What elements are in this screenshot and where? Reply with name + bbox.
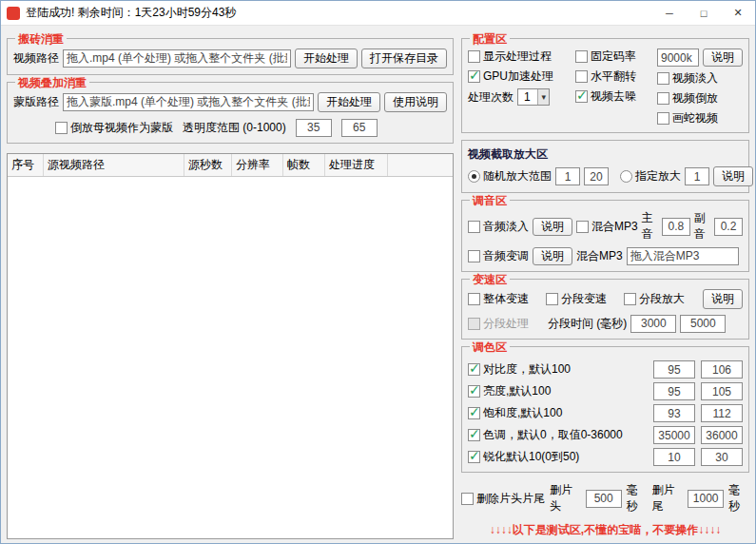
main-volume-input[interactable] — [662, 218, 690, 236]
delete-headtail-box[interactable] — [461, 493, 474, 505]
col-index[interactable]: 序号 — [8, 154, 44, 176]
usage-help-button[interactable]: 使用说明 — [384, 92, 447, 112]
start-process-button[interactable]: 开始处理 — [295, 49, 358, 68]
segment-speed-box[interactable] — [546, 293, 558, 305]
sharpen-max-input[interactable] — [701, 448, 743, 466]
col-frames[interactable]: 帧数 — [283, 154, 325, 176]
bitrate-input[interactable] — [657, 49, 699, 67]
random-zoom-radio[interactable]: 随机放大范围 — [468, 168, 552, 185]
contrast-checkbox[interactable]: 对比度，默认100 — [468, 361, 571, 378]
audio-pitch-help-button[interactable]: 说明 — [533, 247, 572, 265]
contrast-box[interactable] — [468, 363, 480, 376]
col-resolution[interactable]: 分辨率 — [232, 154, 283, 176]
sharpen-checkbox[interactable]: 锐化默认10(0到50) — [468, 449, 579, 465]
hue-box[interactable] — [468, 429, 480, 441]
main-content: 搬砖消重 视频路径 开始处理 打开保存目录 视频叠加消重 蒙版路径 开始处理 使… — [1, 26, 755, 543]
maximize-button[interactable]: □ — [687, 1, 721, 25]
open-save-dir-button[interactable]: 打开保存目录 — [361, 49, 447, 68]
col-seconds[interactable]: 源秒数 — [184, 154, 232, 176]
show-process-checkbox[interactable]: 显示处理过程 — [468, 49, 570, 65]
overlay-start-button[interactable]: 开始处理 — [318, 92, 380, 112]
overall-speed-checkbox[interactable]: 整体变速 — [468, 291, 529, 307]
process-times-select[interactable]: 1 ▾ — [517, 88, 550, 106]
saturation-checkbox[interactable]: 饱和度,默认100 — [468, 405, 562, 421]
gpu-accel-box[interactable] — [468, 70, 480, 83]
sharpen-min-input[interactable] — [653, 448, 695, 466]
mix-mp3-checkbox[interactable]: 混合MP3 — [576, 219, 638, 235]
segment-time-min-input[interactable] — [630, 315, 676, 333]
video-snake-box[interactable] — [657, 112, 669, 125]
random-zoom-box[interactable] — [468, 170, 480, 183]
reverse-mother-checkbox[interactable]: 倒放母视频作为蒙版 — [55, 120, 173, 136]
close-button[interactable]: ✕ — [721, 1, 755, 25]
sub-volume-input[interactable] — [714, 218, 743, 236]
video-snake-checkbox[interactable]: 画蛇视频 — [657, 110, 743, 126]
speed-help-button[interactable]: 说明 — [703, 289, 743, 309]
gpu-accel-checkbox[interactable]: GPU加速处理 — [468, 68, 570, 85]
overall-speed-box[interactable] — [468, 293, 480, 305]
segment-zoom-box[interactable] — [624, 293, 636, 305]
delete-headtail-checkbox[interactable]: 删除片头片尾 — [461, 491, 545, 507]
random-zoom-min-input[interactable] — [555, 167, 580, 185]
video-list-body[interactable] — [8, 177, 453, 538]
contrast-min-input[interactable] — [653, 360, 695, 379]
mask-path-input[interactable] — [63, 93, 314, 111]
hue-max-input[interactable] — [701, 426, 743, 444]
video-reverse-checkbox[interactable]: 视频倒放 — [657, 90, 743, 107]
fixed-bitrate-box[interactable] — [575, 50, 588, 63]
fixed-bitrate-checkbox[interactable]: 固定码率 — [575, 49, 651, 65]
opacity-max-input[interactable] — [341, 119, 378, 137]
trim-head-input[interactable] — [586, 490, 622, 508]
segment-process-label: 分段处理 — [483, 316, 529, 332]
contrast-max-input[interactable] — [701, 360, 743, 379]
col-filler — [388, 154, 453, 176]
video-fadein-checkbox[interactable]: 视频淡入 — [657, 70, 743, 87]
audio-pitch-box[interactable] — [468, 250, 480, 262]
segment-time-max-input[interactable] — [680, 315, 726, 333]
trim-tail-input[interactable] — [688, 490, 724, 508]
random-zoom-max-input[interactable] — [584, 167, 609, 185]
audio-fadein-help-button[interactable]: 说明 — [533, 218, 572, 236]
hflip-checkbox[interactable]: 水平翻转 — [575, 68, 651, 85]
video-reverse-box[interactable] — [657, 92, 669, 105]
hue-checkbox[interactable]: 色调，默认0，取值0-36000 — [468, 427, 623, 443]
video-fadein-box[interactable] — [657, 72, 669, 85]
col-progress[interactable]: 处理进度 — [325, 154, 388, 176]
fixed-zoom-box[interactable] — [620, 170, 632, 183]
brightness-min-input[interactable] — [653, 382, 695, 400]
opacity-min-input[interactable] — [296, 119, 332, 137]
show-process-label: 显示处理过程 — [483, 49, 552, 65]
brightness-box[interactable] — [468, 385, 480, 398]
sharpen-box[interactable] — [468, 451, 480, 463]
audio-fadein-box[interactable] — [468, 221, 480, 233]
fixed-zoom-radio[interactable]: 指定放大 — [620, 168, 681, 185]
window-controls: ─ □ ✕ — [652, 1, 755, 25]
brightness-checkbox[interactable]: 亮度,默认100 — [468, 383, 551, 399]
saturation-max-input[interactable] — [701, 404, 743, 422]
denoise-box[interactable] — [575, 90, 588, 103]
app-window: 登陆成功! 剩余时间：1天23小时59分43秒 ─ □ ✕ 搬砖消重 视频路径 … — [0, 0, 756, 544]
audio-pitch-checkbox[interactable]: 音频变调 — [468, 248, 529, 264]
hue-min-input[interactable] — [653, 426, 695, 444]
mix-file-input[interactable] — [627, 247, 739, 265]
saturation-box[interactable] — [468, 407, 480, 419]
minimize-button[interactable]: ─ — [652, 1, 687, 25]
video-path-input[interactable] — [63, 49, 291, 68]
segment-time-label: 分段时间 (毫秒) — [548, 316, 627, 332]
saturation-min-input[interactable] — [653, 404, 695, 422]
bitrate-help-button[interactable]: 说明 — [703, 49, 743, 67]
fixed-zoom-input[interactable] — [685, 167, 709, 185]
audio-fadein-checkbox[interactable]: 音频淡入 — [468, 219, 529, 235]
segment-zoom-checkbox[interactable]: 分段放大 — [624, 291, 685, 307]
show-process-box[interactable] — [468, 50, 480, 63]
capture-help-button[interactable]: 说明 — [713, 166, 753, 186]
segment-speed-checkbox[interactable]: 分段变速 — [546, 291, 607, 307]
brightness-max-input[interactable] — [701, 382, 743, 400]
video-reverse-label: 视频倒放 — [672, 90, 718, 107]
left-column: 搬砖消重 视频路径 开始处理 打开保存目录 视频叠加消重 蒙版路径 开始处理 使… — [7, 31, 454, 539]
reverse-mother-box[interactable] — [55, 122, 68, 134]
denoise-checkbox[interactable]: 视频去噪 — [575, 88, 651, 105]
col-source-path[interactable]: 源视频路径 — [44, 154, 184, 176]
hflip-box[interactable] — [575, 70, 588, 83]
mix-mp3-box[interactable] — [576, 221, 589, 233]
